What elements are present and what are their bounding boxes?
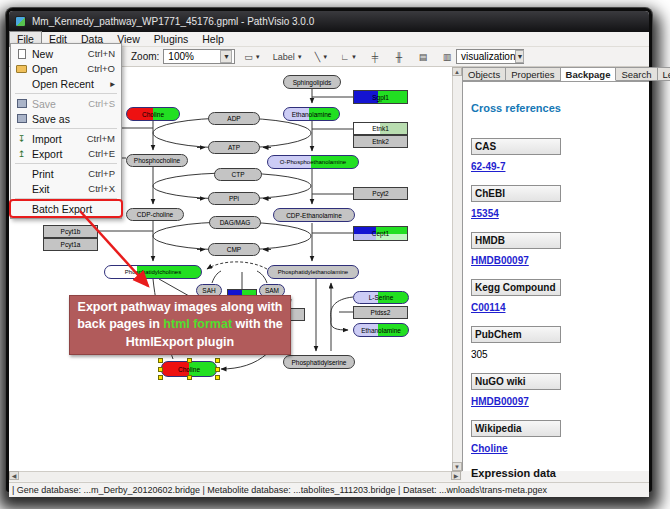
stack-vertical-button[interactable]: ▤	[414, 49, 432, 65]
menu-separator	[15, 93, 117, 94]
crossref-section-pubchem: PubChem305	[471, 326, 641, 360]
crossref-link[interactable]: Choline	[471, 443, 641, 454]
file-menu-item-import[interactable]: ↧ImportCtrl+M	[11, 131, 121, 146]
menu-separator	[15, 163, 117, 164]
pathway-node-etnk1[interactable]: Etnk1	[353, 122, 408, 135]
tab-properties[interactable]: Properties	[506, 67, 560, 81]
save-icon	[14, 98, 29, 109]
pathway-node-phosphatidylcholines[interactable]: Phosphatidylcholines	[104, 265, 202, 279]
datanode-button[interactable]: ▭▼	[241, 49, 263, 65]
file-menu-item-exit[interactable]: ExitCtrl+X	[11, 181, 121, 196]
crossref-link[interactable]: HMDB00097	[471, 396, 641, 407]
pathway-node-l-serine[interactable]: L-Serine	[353, 291, 409, 304]
crossref-section-cas: CAS62-49-7	[471, 138, 641, 172]
pathway-node-sgpl1[interactable]: Sgpl1	[353, 90, 408, 104]
crossref-link[interactable]: HMDB00097	[471, 255, 641, 266]
no-icon	[14, 168, 29, 179]
menu-separator	[15, 198, 117, 199]
line-button[interactable]: ╲▼	[312, 49, 331, 65]
file-menu-item-new[interactable]: NewCtrl+N	[11, 46, 121, 61]
selection-handle[interactable]	[158, 367, 163, 372]
align-center-x-button[interactable]: ╪	[366, 49, 384, 65]
scroll-up-icon[interactable]: ▲	[452, 67, 462, 76]
pathway-node-etnk2[interactable]: Etnk2	[353, 135, 408, 148]
canvas-horizontal-scrollbar[interactable]: ◀ ▶	[9, 471, 462, 481]
selection-handle[interactable]	[215, 358, 220, 363]
expression-data-heading: Expression data	[471, 467, 641, 479]
zoom-dropdown-icon[interactable]: ▼	[220, 50, 232, 63]
scroll-down-icon[interactable]: ▼	[452, 462, 462, 471]
canvas-vertical-scrollbar[interactable]: ▲ ▼	[452, 67, 462, 471]
crossref-link[interactable]: 62-49-7	[471, 161, 641, 172]
crossref-section-chebi: ChEBI15354	[471, 185, 641, 219]
pathway-node-phosphatidylethanolamine[interactable]: Phosphatidylethanolamine	[267, 265, 359, 279]
align-center-y-button[interactable]: ╫	[390, 49, 408, 65]
open-folder-icon	[14, 63, 29, 74]
file-menu-item-open-recent[interactable]: Open Recent▸	[11, 76, 121, 91]
file-menu-item-batch-export[interactable]: Batch Export	[11, 201, 121, 216]
pathway-node-o-phosphoethanolamine[interactable]: O-Phosphoethanolamine	[267, 155, 359, 169]
pathway-node-phosphocholine[interactable]: Phosphocholine	[126, 154, 188, 167]
pathway-node-cdp-ethanolamine[interactable]: CDP-Ethanolamine	[273, 208, 355, 222]
window-title: Mm_Kennedy_pathway_WP1771_45176.gpml - P…	[32, 16, 314, 27]
selection-handle[interactable]	[187, 358, 192, 363]
pathway-node-cept1[interactable]: Cept1	[353, 226, 408, 241]
crossref-header: NuGO wiki	[471, 373, 561, 390]
zoom-combobox[interactable]: 100% ▼	[163, 49, 235, 64]
menubar-item-help[interactable]: Help	[195, 32, 231, 46]
visualization-dropdown-icon[interactable]: ▼	[515, 50, 524, 63]
pathway-node-pcyt1a[interactable]: Pcyt1a	[43, 238, 98, 251]
pathway-node-adp[interactable]: ADP	[208, 112, 260, 125]
backpage-panel: Cross references CAS62-49-7ChEBI15354HMD…	[463, 82, 649, 485]
pathway-node-pcyt2[interactable]: Pcyt2	[353, 187, 408, 200]
pathway-node-cdp-choline[interactable]: CDP-choline	[126, 208, 184, 221]
selection-handle[interactable]	[158, 375, 163, 380]
selection-handle[interactable]	[158, 358, 163, 363]
file-menu-item-save[interactable]: SaveCtrl+S	[11, 96, 121, 111]
crossref-link[interactable]: 15354	[471, 208, 641, 219]
tab-search[interactable]: Search	[616, 67, 657, 81]
selection-handle[interactable]	[187, 375, 192, 380]
connector-button[interactable]: ∟▼	[337, 49, 360, 65]
pathway-node-sphingolipids[interactable]: Sphingolipids	[283, 75, 341, 89]
pathway-node-ethanolamine-bottom[interactable]: Ethanolamine	[353, 323, 409, 337]
pathway-node-atp[interactable]: ATP	[208, 141, 260, 154]
pathway-node-ctp[interactable]: CTP	[214, 168, 262, 181]
menubar-item-plugins[interactable]: Plugins	[147, 32, 195, 46]
title-bar[interactable]: Mm_Kennedy_pathway_WP1771_45176.gpml - P…	[9, 11, 649, 32]
cross-reference-sections: CAS62-49-7ChEBI15354HMDBHMDB00097Kegg Co…	[471, 138, 641, 454]
pathway-node-dag-mag[interactable]: DAG/MAG	[209, 216, 261, 229]
crossref-link[interactable]: C00114	[471, 302, 641, 313]
pathway-node-phosphatidylserine[interactable]: Phosphatidylserine	[283, 355, 355, 369]
import-icon: ↧	[14, 133, 29, 144]
no-icon	[14, 203, 29, 214]
pathway-node-choline-top[interactable]: Choline	[126, 107, 180, 121]
scroll-right-icon[interactable]: ▶	[451, 471, 461, 480]
pathway-node-ptdss2[interactable]: Ptdss2	[353, 306, 408, 319]
pathway-node-ethanolamine-top[interactable]: Ethanolamine	[283, 107, 340, 121]
no-icon	[14, 183, 29, 194]
file-menu-item-save-as[interactable]: Save as	[11, 111, 121, 126]
crossref-section-wikipedia: WikipediaCholine	[471, 420, 641, 454]
stack-horizontal-button[interactable]: ▥	[438, 49, 456, 65]
export-icon: ↥	[14, 148, 29, 159]
selection-handle[interactable]	[215, 367, 220, 372]
pathway-node-ppi[interactable]: PPi	[208, 192, 260, 205]
crossref-section-kegg-compound: Kegg CompoundC00114	[471, 279, 641, 313]
selection-handle[interactable]	[215, 375, 220, 380]
tab-backpage[interactable]: Backpage	[561, 67, 617, 81]
tab-legend[interactable]: Legend	[658, 67, 670, 81]
callout-annotation-box: Export pathway images along with back pa…	[69, 295, 291, 355]
file-menu-item-export[interactable]: ↥ExportCtrl+E	[11, 146, 121, 161]
scroll-left-icon[interactable]: ◀	[9, 471, 19, 480]
crossref-header: CAS	[471, 138, 561, 155]
pathway-node-pcyt1b[interactable]: Pcyt1b	[43, 225, 98, 238]
side-panel-tabs: ObjectsPropertiesBackpageSearchLegend	[463, 67, 649, 82]
crossref-header: Wikipedia	[471, 420, 561, 437]
file-menu-item-open[interactable]: OpenCtrl+O	[11, 61, 121, 76]
file-menu-item-print[interactable]: PrintCtrl+P	[11, 166, 121, 181]
visualization-combobox[interactable]: visualization ▼	[456, 49, 524, 64]
pathway-node-cmp[interactable]: CMP	[208, 243, 260, 256]
label-button[interactable]: Label▼	[270, 49, 306, 65]
tab-objects[interactable]: Objects	[463, 67, 506, 81]
